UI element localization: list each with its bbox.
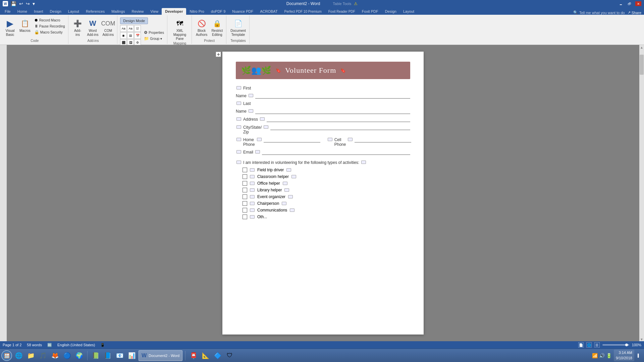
act-end-cc-2[interactable]	[291, 175, 296, 178]
tab-developer[interactable]: Developer	[162, 8, 186, 15]
minimize-button[interactable]: 🗕	[618, 1, 624, 6]
share-button[interactable]: ↗ Share	[628, 10, 641, 15]
activity-checkbox-1[interactable]	[243, 168, 247, 172]
close-button[interactable]: ✕	[635, 1, 641, 6]
restore-button[interactable]: 🗗	[627, 1, 633, 6]
ctrl-icon-5[interactable]: ▤	[127, 32, 134, 39]
taskbar-explorer[interactable]: 📁	[25, 350, 36, 361]
document-template-button[interactable]: 📄 DocumentTemplate	[229, 17, 247, 38]
email-input[interactable]	[262, 149, 410, 155]
tab-perfect-pdf[interactable]: Perfect PDF 10 Premium	[281, 8, 325, 15]
show-desktop-button[interactable]: ▌	[636, 354, 641, 357]
taskbar-globe[interactable]: 🌍	[74, 350, 85, 361]
block-authors-button[interactable]: 🚫 BlockAuthors	[195, 17, 209, 38]
ctrl-icon-6[interactable]: 📅	[134, 32, 141, 39]
act-cc-6[interactable]	[250, 202, 255, 205]
act-end-cc-5[interactable]	[288, 195, 293, 198]
macros-button[interactable]: 📋 Macros	[18, 17, 32, 34]
home-phone-input[interactable]	[264, 137, 320, 142]
tab-acrobat[interactable]: ACROBAT	[257, 8, 281, 15]
tab-nuance[interactable]: Nuance PDF	[229, 8, 257, 15]
address-field-cc[interactable]	[260, 117, 265, 121]
activity-checkbox-2[interactable]	[243, 174, 247, 179]
table-move-handle[interactable]: ✛	[216, 52, 221, 57]
taskbar-excel[interactable]: 📗	[90, 350, 101, 361]
start-button[interactable]: 🪟	[1, 350, 12, 361]
design-mode-button[interactable]: Design Mode	[120, 17, 148, 24]
tab-file[interactable]: File	[1, 8, 14, 15]
tray-network[interactable]: 📶	[592, 353, 598, 358]
ctrl-icon-1[interactable]: Aa	[120, 25, 127, 32]
act-end-cc-6[interactable]	[282, 202, 286, 205]
first-name-input[interactable]	[255, 93, 410, 99]
tab-nitro[interactable]: Nitro Pro	[186, 8, 207, 15]
scroll-down-arrow[interactable]: ▼	[640, 338, 643, 341]
customize-qa-button[interactable]: ▾	[32, 0, 36, 7]
properties-button[interactable]: ⚙ Properties	[143, 30, 165, 35]
pause-recording-button[interactable]: ⏸ Pause Recording	[33, 23, 66, 29]
vertical-scrollbar[interactable]: ▲ ▼	[639, 45, 644, 341]
undo-button[interactable]: ↩	[18, 0, 24, 7]
zoom-thumb[interactable]	[625, 344, 628, 346]
home-cc[interactable]	[236, 138, 241, 141]
ctrl-icon-3[interactable]: ☑	[134, 25, 141, 32]
zoom-slider[interactable]	[602, 344, 629, 346]
scroll-up-arrow[interactable]: ▲	[640, 46, 643, 49]
tab-tabletools-design[interactable]: Design	[382, 8, 400, 15]
save-button[interactable]: 💾	[10, 0, 17, 7]
tab-mailings[interactable]: Mailings	[108, 8, 128, 15]
document-scroll-area[interactable]: ✛ 🌿👥🌿 🔖 Volunteer Form 🔖 First Name	[7, 45, 639, 341]
taskbar-chrome[interactable]: 🔵	[62, 350, 72, 361]
tab-references[interactable]: References	[83, 8, 108, 15]
scrollbar-thumb[interactable]	[640, 55, 644, 75]
act-end-cc-1[interactable]	[286, 168, 291, 172]
first-name-field-cc[interactable]	[249, 94, 253, 97]
activity-checkbox-5[interactable]	[243, 194, 247, 199]
first-name-cc[interactable]	[236, 86, 241, 89]
act-end-cc-3[interactable]	[283, 182, 287, 185]
address-input[interactable]	[267, 117, 410, 122]
act-cc-2[interactable]	[250, 175, 255, 178]
print-view-button[interactable]: 📄	[578, 342, 584, 348]
tab-foxit-pdf[interactable]: Foxit PDF	[359, 8, 382, 15]
system-clock[interactable]: 3:14 AM 9/10/2018	[614, 350, 634, 361]
restrict-editing-button[interactable]: 🔒 RestrictEditing	[210, 17, 224, 38]
tell-me-area[interactable]: 🔍 Tell me what you want to do	[573, 10, 625, 15]
activity-checkbox-6[interactable]	[243, 201, 247, 206]
taskbar-security[interactable]: 🛡	[224, 350, 235, 361]
zoom-level[interactable]: 100%	[632, 343, 641, 347]
taskbar-media[interactable]: 🎵	[38, 350, 48, 361]
activity-checkbox-7[interactable]	[243, 208, 247, 213]
tab-insert[interactable]: Insert	[31, 8, 47, 15]
cell-phone-input[interactable]	[355, 137, 411, 142]
act-cc-3[interactable]	[250, 182, 255, 185]
web-view-button[interactable]: 🌐	[586, 342, 592, 348]
act-end-cc-7[interactable]	[290, 208, 294, 212]
xml-mapping-button[interactable]: 🗺 XML MappingPane	[170, 17, 190, 42]
activity-checkbox-8[interactable]	[243, 215, 247, 219]
outline-view-button[interactable]: ☰	[594, 342, 600, 348]
taskbar-visio[interactable]: 📐	[200, 350, 211, 361]
tray-battery[interactable]: 🔋	[606, 353, 612, 358]
cell-cc[interactable]	[328, 138, 332, 141]
tab-design[interactable]: Design	[47, 8, 65, 15]
taskbar-onenote[interactable]: 📘	[102, 350, 113, 361]
taskbar-ie[interactable]: 🌐	[13, 350, 24, 361]
tab-tabletools-layout[interactable]: Layout	[400, 8, 418, 15]
taskbar-outlook[interactable]: 📧	[114, 350, 125, 361]
cell-phone-cc[interactable]	[348, 138, 353, 141]
last-name-field-cc[interactable]	[249, 109, 253, 113]
group-button[interactable]: 📁 Group ▾	[143, 36, 165, 41]
language-indicator[interactable]: English (United States)	[57, 343, 95, 347]
interest-end-cc[interactable]	[361, 161, 366, 164]
act-cc-8[interactable]	[250, 215, 255, 219]
tab-review[interactable]: Review	[128, 8, 147, 15]
interest-cc[interactable]	[236, 161, 241, 164]
taskbar-app1[interactable]: 🔷	[212, 350, 223, 361]
word-addins-button[interactable]: W WordAdd-ins	[86, 17, 100, 38]
record-macro-button[interactable]: ⏺ Record Macro	[33, 17, 66, 23]
taskbar-firefox[interactable]: 🦊	[50, 350, 60, 361]
zip-cc[interactable]	[264, 125, 268, 129]
address-cc[interactable]	[236, 117, 241, 121]
tray-volume[interactable]: 🔊	[599, 353, 605, 358]
